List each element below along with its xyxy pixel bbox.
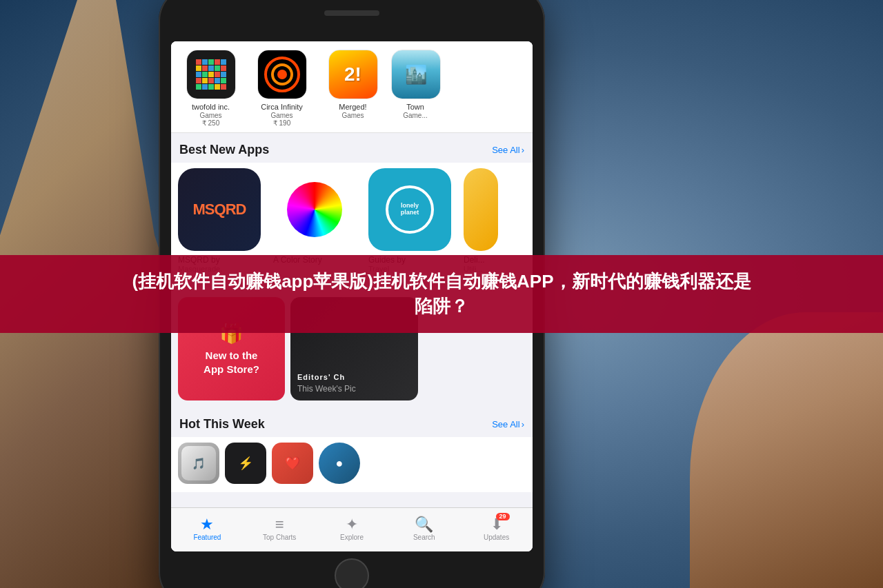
tab-bar: ★ Featured ≡ Top Charts ✦ Explore 🔍 Sear…: [171, 507, 533, 551]
app-icon-circa: [257, 50, 307, 99]
list-item[interactable]: twofold inc. Games ₹ 250: [178, 50, 244, 127]
overlay-banner: (挂机软件自动赚钱app苹果版)挂机软件自动赚钱APP，新时代的赚钱利器还是 陷…: [0, 255, 883, 333]
overlay-banner-text: (挂机软件自动赚钱app苹果版)挂机软件自动赚钱APP，新时代的赚钱利器还是 陷…: [28, 269, 855, 319]
star-icon: ★: [200, 517, 214, 532]
banner-title: New to theApp Store?: [204, 349, 259, 376]
list-item[interactable]: 🎵: [178, 443, 219, 484]
hot-see-all-link[interactable]: See All ›: [492, 419, 524, 429]
search-icon: 🔍: [415, 517, 433, 532]
app-icon-msqrd: MSQRD: [178, 168, 261, 251]
top-apps-row: twofold inc. Games ₹ 250: [178, 50, 526, 127]
app-icon-color-story: [273, 168, 356, 251]
app-name: Town: [391, 103, 439, 112]
app-icon-twofold: [186, 50, 236, 99]
see-all-link[interactable]: See All ›: [492, 145, 524, 155]
tab-label: Updates: [484, 534, 509, 541]
best-new-apps-header: Best New Apps See All ›: [171, 133, 533, 163]
app-name: Merged!: [320, 103, 386, 112]
app-publisher: Game...: [391, 112, 439, 119]
app-publisher: Games: [249, 112, 315, 119]
tab-label: Search: [413, 534, 435, 541]
app-publisher: Games: [320, 112, 386, 119]
app-price: ₹ 250: [178, 119, 244, 127]
tab-featured[interactable]: ★ Featured: [171, 517, 244, 541]
app-name: twofold inc.: [178, 103, 244, 112]
app-icon-partial: [464, 168, 498, 251]
app-icon-town: 🏙️: [391, 50, 441, 99]
section-title: Hot This Week: [179, 417, 265, 432]
editors-label: Editors' Ch: [297, 373, 411, 381]
list-icon: ≡: [275, 517, 284, 532]
hot-this-week-header: Hot This Week See All ›: [171, 407, 533, 437]
tab-top-charts[interactable]: ≡ Top Charts: [244, 517, 316, 541]
updates-badge: 29: [496, 513, 510, 520]
list-item[interactable]: Circa Infinity Games ₹ 190: [249, 50, 315, 127]
app-publisher: Games: [178, 112, 244, 119]
updates-icon: ⬇ 29: [490, 517, 503, 532]
section-title: Best New Apps: [179, 143, 269, 157]
list-item[interactable]: ❤️: [272, 443, 313, 484]
tab-updates[interactable]: ⬇ 29 Updates: [460, 517, 533, 541]
phone-speaker: [324, 10, 379, 16]
tab-label: Top Charts: [263, 534, 296, 541]
app-icon-merged: 2!: [328, 50, 378, 99]
phone-home-button[interactable]: [335, 558, 369, 588]
list-item[interactable]: 🏙️ Town Game...: [391, 50, 439, 127]
list-item[interactable]: ⚡: [225, 443, 266, 484]
list-item[interactable]: ●: [319, 443, 360, 484]
tab-label: Explore: [340, 534, 364, 541]
app-name: Circa Infinity: [249, 103, 315, 112]
app-price: ₹ 190: [249, 119, 315, 127]
tab-explore[interactable]: ✦ Explore: [316, 517, 388, 541]
tab-label: Featured: [193, 534, 221, 541]
top-apps-section: twofold inc. Games ₹ 250: [171, 41, 533, 133]
editors-subtitle: This Week's Pic: [297, 384, 411, 394]
tab-search[interactable]: 🔍 Search: [388, 517, 460, 541]
hot-apps-row: 🎵 ⚡ ❤️ ●: [171, 437, 533, 492]
list-item[interactable]: 2! Merged! Games: [320, 50, 386, 127]
compass-icon: ✦: [346, 517, 358, 532]
app-icon-lonely-planet: lonelyplanet: [368, 168, 451, 251]
